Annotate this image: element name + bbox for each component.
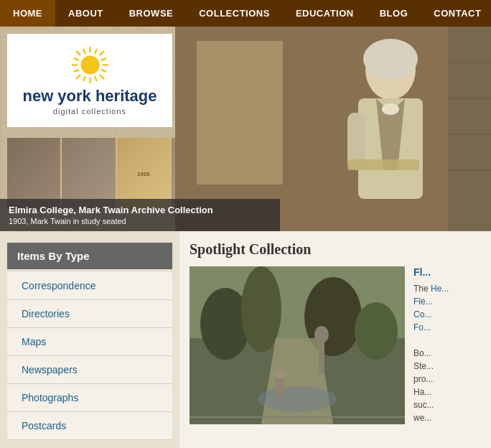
spotlight-text: Fl... The He... Fle... Co... Fo... Bo...… <box>413 266 481 424</box>
sun-logo-icon <box>70 45 110 85</box>
svg-line-12 <box>83 49 85 54</box>
sidebar-item-maps[interactable]: Maps <box>7 328 172 356</box>
svg-point-39 <box>258 386 337 412</box>
svg-line-14 <box>101 58 106 60</box>
svg-point-24 <box>382 103 399 115</box>
svg-rect-26 <box>347 159 419 170</box>
sidebar-item-correspondence[interactable]: Correspondence <box>7 272 172 300</box>
spotlight-body: Fl... The He... Fle... Co... Fo... Bo...… <box>190 266 481 424</box>
svg-line-15 <box>74 70 79 72</box>
logo-subtitle: digital collections <box>53 107 126 116</box>
svg-rect-40 <box>319 338 324 374</box>
spotlight-link-1[interactable]: Fl... <box>413 266 481 278</box>
spotlight-link-inline-3[interactable]: Co... <box>413 309 431 319</box>
spotlight-link-inline-2[interactable]: Fle... <box>413 297 433 307</box>
svg-point-35 <box>241 266 281 353</box>
svg-rect-42 <box>276 378 284 396</box>
svg-line-13 <box>95 76 97 81</box>
svg-point-41 <box>314 326 329 343</box>
sidebar-item-directories[interactable]: Directories <box>7 300 172 328</box>
sidebar: Items By Type Correspondence Directories… <box>0 231 179 448</box>
svg-line-11 <box>83 76 85 81</box>
spotlight-desc-text1: The <box>413 284 431 294</box>
spotlight-title: Spotlight Collection <box>190 241 481 258</box>
svg-rect-19 <box>197 41 283 185</box>
svg-line-7 <box>76 75 80 79</box>
sidebar-item-photographs[interactable]: Photographs <box>7 384 172 412</box>
nav-blog[interactable]: BLOG <box>367 0 421 27</box>
svg-line-5 <box>100 75 104 79</box>
sidebar-item-newspapers[interactable]: Newspapers <box>7 356 172 384</box>
spotlight-image[interactable] <box>190 266 405 424</box>
svg-line-6 <box>100 51 104 55</box>
garden-svg <box>190 266 405 424</box>
nav-contact[interactable]: CONTACT <box>421 0 491 27</box>
nav-education[interactable]: EDUCATION <box>283 0 367 27</box>
sidebar-title: Items By Type <box>7 243 172 269</box>
sidebar-item-postcards[interactable]: Postcards <box>7 412 172 440</box>
spotlight-link-inline-1[interactable]: He... <box>431 284 449 294</box>
svg-line-4 <box>76 51 80 55</box>
nav-browse[interactable]: BROWSE <box>116 0 187 27</box>
hero-banner: new york heritage digital collections 19… <box>0 27 491 231</box>
caption-subtitle: 1903, Mark Twain in study seated <box>9 217 271 225</box>
main-content: Items By Type Correspondence Directories… <box>0 231 491 448</box>
site-logo[interactable]: new york heritage digital collections <box>7 34 172 127</box>
svg-line-9 <box>101 70 106 72</box>
svg-point-37 <box>355 302 398 360</box>
spotlight-body-text: Bo...Ste...pro...Ha...suc...we... <box>413 348 434 423</box>
logo-name: new york heritage <box>22 88 156 105</box>
nav-home[interactable]: HOME <box>0 0 55 27</box>
svg-line-10 <box>95 49 97 54</box>
svg-point-21 <box>363 39 418 79</box>
hero-caption: Elmira College, Mark Twain Archive Colle… <box>0 199 280 231</box>
caption-title: Elmira College, Mark Twain Archive Colle… <box>9 205 271 215</box>
svg-rect-27 <box>448 27 491 231</box>
nav-collections[interactable]: COLLECTIONS <box>186 0 283 27</box>
svg-point-16 <box>80 56 99 75</box>
nav-about[interactable]: ABOUT <box>55 0 116 27</box>
spotlight-link-inline-4[interactable]: Fo... <box>413 322 431 332</box>
spotlight-section: Spotlight Collection <box>179 231 491 448</box>
spotlight-description: The He... Fle... Co... Fo... Bo...Ste...… <box>413 282 481 424</box>
svg-line-8 <box>74 58 79 60</box>
svg-point-43 <box>275 369 285 379</box>
main-nav: HOME ABOUT BROWSE COLLECTIONS EDUCATION … <box>0 0 491 27</box>
